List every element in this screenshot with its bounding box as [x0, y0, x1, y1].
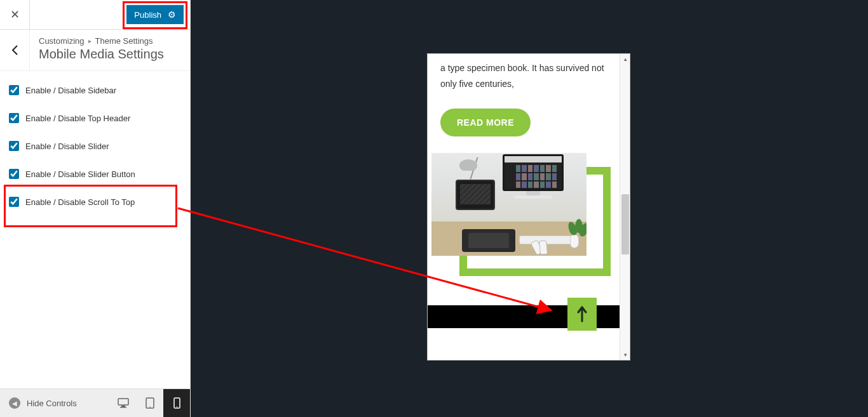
- customizer-topbar: ✕ Publish ⚙: [0, 0, 190, 30]
- control-item[interactable]: Enable / Disable Sidebar: [0, 76, 190, 104]
- customizer-footer: ◀ Hide Controls: [0, 388, 190, 417]
- breadcrumb-root: Customizing: [39, 36, 85, 46]
- scrollbar-thumb[interactable]: [621, 194, 629, 255]
- control-item[interactable]: Enable / Disable Scroll To Top: [0, 188, 190, 216]
- preview-scrollbar[interactable]: ▴ ▾: [620, 54, 630, 360]
- svg-point-4: [149, 406, 151, 407]
- breadcrumb-section: Theme Settings: [95, 36, 153, 46]
- customizer-sidebar: ✕ Publish ⚙ Customizing ▸ Theme Settings…: [0, 0, 191, 417]
- back-button[interactable]: [0, 30, 30, 70]
- svg-point-6: [176, 406, 177, 407]
- device-preview-buttons: [110, 389, 190, 418]
- body-text: a type specimen book. It has survived no…: [440, 60, 606, 92]
- svg-rect-0: [118, 399, 128, 405]
- breadcrumb-row: Customizing ▸ Theme Settings Mobile Medi…: [0, 30, 190, 71]
- hide-controls-label: Hide Controls: [27, 399, 77, 408]
- device-mobile-button[interactable]: [163, 389, 190, 418]
- control-item[interactable]: Enable / Disable Slider: [0, 132, 190, 160]
- svg-rect-2: [120, 407, 126, 408]
- publish-button[interactable]: Publish ⚙: [126, 5, 184, 24]
- collapse-left-icon: ◀: [9, 397, 20, 409]
- preview-content: a type specimen book. It has survived no…: [428, 54, 618, 328]
- control-item[interactable]: Enable / Disable Top Header: [0, 104, 190, 132]
- scroll-up-icon: ▴: [620, 54, 630, 64]
- device-desktop-button[interactable]: [110, 389, 137, 418]
- mobile-preview-frame: a type specimen book. It has survived no…: [427, 53, 630, 361]
- control-checkbox[interactable]: [9, 197, 19, 207]
- close-customizer-button[interactable]: ✕: [0, 0, 30, 30]
- desktop-icon: [118, 398, 129, 408]
- gear-icon: ⚙: [168, 10, 176, 20]
- scroll-down-icon: ▾: [620, 350, 630, 360]
- control-checkbox[interactable]: [9, 113, 19, 123]
- control-item[interactable]: Enable / Disable Slider Button: [0, 160, 190, 188]
- device-tablet-button[interactable]: [137, 389, 163, 418]
- mobile-icon: [173, 397, 180, 409]
- read-more-button[interactable]: READ MORE: [440, 109, 531, 136]
- scroll-to-top-button[interactable]: [567, 298, 597, 331]
- control-checkbox[interactable]: [9, 85, 19, 95]
- chevron-right-icon: ▸: [88, 37, 92, 44]
- svg-rect-1: [121, 406, 125, 407]
- controls-list: Enable / Disable SidebarEnable / Disable…: [0, 71, 190, 221]
- chevron-left-icon: [11, 45, 18, 55]
- hide-controls-button[interactable]: ◀ Hide Controls: [0, 397, 86, 409]
- publish-label: Publish: [134, 10, 161, 20]
- control-checkbox[interactable]: [9, 169, 19, 179]
- hero-image: [431, 153, 587, 256]
- control-label: Enable / Disable Sidebar: [25, 86, 116, 95]
- hero-image-block: [440, 153, 606, 280]
- tablet-icon: [146, 397, 154, 409]
- control-label: Enable / Disable Top Header: [25, 114, 130, 123]
- panel-title: Mobile Media Settings: [39, 47, 164, 62]
- preview-area: a type specimen book. It has survived no…: [191, 0, 868, 417]
- control-checkbox[interactable]: [9, 141, 19, 151]
- breadcrumb: Customizing ▸ Theme Settings: [39, 36, 164, 46]
- arrow-up-icon: [576, 306, 588, 322]
- control-label: Enable / Disable Slider Button: [25, 169, 135, 179]
- control-label: Enable / Disable Slider: [25, 142, 109, 151]
- control-label: Enable / Disable Scroll To Top: [25, 197, 135, 207]
